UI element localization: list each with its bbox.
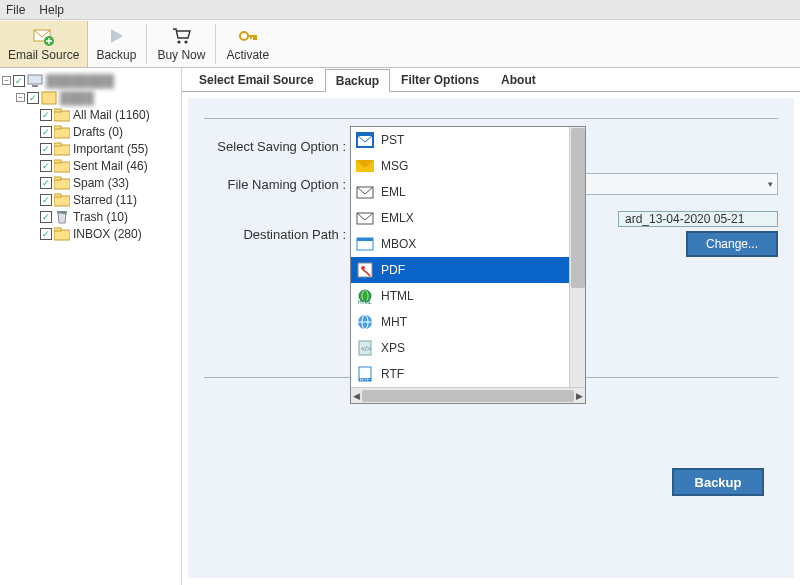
svg-rect-15 <box>54 160 61 163</box>
email-source-button[interactable]: Email Source <box>0 21 88 67</box>
tree-item[interactable]: ✓Starred (11) <box>2 191 179 208</box>
backup-panel: Select Saving Option : PDF ▾ File Naming… <box>188 98 794 578</box>
dropdown-option-eml[interactable]: EML <box>351 179 585 205</box>
destination-path-field: ard_13-04-2020 05-21 <box>618 211 778 227</box>
checkbox[interactable]: ✓ <box>40 143 52 155</box>
toolbar-label: Email Source <box>8 48 79 62</box>
svg-rect-11 <box>54 126 61 129</box>
checkbox[interactable]: ✓ <box>40 126 52 138</box>
eml-icon <box>355 183 375 201</box>
tree-item-label: INBOX (280) <box>73 227 142 241</box>
folder-icon <box>54 108 70 122</box>
svg-text:RTF: RTF <box>360 376 370 382</box>
folder-icon <box>54 210 70 224</box>
vertical-scrollbar[interactable] <box>569 127 585 387</box>
checkbox[interactable]: ✓ <box>40 160 52 172</box>
dropdown-option-mbox[interactable]: MBOX <box>351 231 585 257</box>
svg-rect-7 <box>42 92 56 104</box>
dropdown-option-pdf[interactable]: PDF <box>351 257 585 283</box>
scroll-thumb[interactable] <box>362 390 574 402</box>
tree-item[interactable]: ✓INBOX (280) <box>2 225 179 242</box>
svg-point-3 <box>185 40 188 43</box>
dropdown-option-msg[interactable]: MSG <box>351 153 585 179</box>
svg-rect-9 <box>54 109 61 112</box>
dropdown-option-label: MSG <box>381 159 408 173</box>
eml-icon <box>355 209 375 227</box>
backup-button[interactable]: Backup <box>672 468 764 496</box>
tree-item[interactable]: ✓Drafts (0) <box>2 123 179 140</box>
checkbox[interactable]: ✓ <box>27 92 39 104</box>
dropdown-option-html[interactable]: HTMLHTML <box>351 283 585 309</box>
saving-option-label: Select Saving Option : <box>204 139 354 154</box>
tab-select-source[interactable]: Select Email Source <box>188 68 325 91</box>
tree-item[interactable]: ✓Trash (10) <box>2 208 179 225</box>
divider <box>204 118 778 119</box>
naming-option-label: File Naming Option : <box>204 177 354 192</box>
dropdown-option-emlx[interactable]: EMLX <box>351 205 585 231</box>
saving-option-dropdown: PSTMSGEMLEMLXMBOXPDFHTMLHTMLMHT</>XPSRTF… <box>350 126 586 404</box>
tree-item-label: All Mail (1160) <box>73 108 150 122</box>
tree-account-label: ████ <box>60 91 94 105</box>
tree-item-label: Sent Mail (46) <box>73 159 148 173</box>
folder-tree: − ✓ ████████ − ✓ ████ ✓All Mail (1160)✓D… <box>0 68 182 585</box>
checkbox[interactable]: ✓ <box>40 228 52 240</box>
checkbox[interactable]: ✓ <box>40 109 52 121</box>
tree-item[interactable]: ✓Sent Mail (46) <box>2 157 179 174</box>
tree-item-label: Trash (10) <box>73 210 128 224</box>
scroll-right-icon[interactable]: ▶ <box>576 391 583 401</box>
chevron-down-icon: ▾ <box>768 179 773 189</box>
svg-point-31 <box>361 266 365 270</box>
scroll-left-icon[interactable]: ◀ <box>353 391 360 401</box>
expand-icon[interactable]: − <box>2 76 11 85</box>
svg-text:</>: </> <box>361 345 371 352</box>
tab-filter-options[interactable]: Filter Options <box>390 68 490 91</box>
dropdown-option-pst[interactable]: PST <box>351 127 585 153</box>
dropdown-option-label: MHT <box>381 315 407 329</box>
svg-rect-5 <box>28 75 42 84</box>
tree-item[interactable]: ✓All Mail (1160) <box>2 106 179 123</box>
dropdown-option-mht[interactable]: MHT <box>351 309 585 335</box>
folder-icon <box>54 227 70 241</box>
tree-item-label: Spam (33) <box>73 176 129 190</box>
expand-icon[interactable]: − <box>16 93 25 102</box>
email-source-icon <box>33 25 55 47</box>
svg-text:HTML: HTML <box>358 299 372 304</box>
checkbox[interactable]: ✓ <box>40 211 52 223</box>
mbox-icon <box>355 235 375 253</box>
svg-point-2 <box>178 40 181 43</box>
dropdown-option-label: EML <box>381 185 406 199</box>
buy-now-button[interactable]: Buy Now <box>149 21 213 67</box>
menu-help[interactable]: Help <box>39 3 64 17</box>
computer-icon <box>27 74 43 88</box>
scroll-thumb[interactable] <box>571 128 585 288</box>
pdf-icon <box>355 261 375 279</box>
play-icon <box>105 25 127 47</box>
activate-button[interactable]: Activate <box>218 21 277 67</box>
dropdown-option-xps[interactable]: </>XPS <box>351 335 585 361</box>
html-icon: HTML <box>355 287 375 305</box>
tree-item[interactable]: ✓Spam (33) <box>2 174 179 191</box>
toolbar: Email Source Backup Buy Now Activate <box>0 20 800 68</box>
checkbox[interactable]: ✓ <box>40 194 52 206</box>
key-icon <box>237 25 259 47</box>
checkbox[interactable]: ✓ <box>40 177 52 189</box>
folder-icon <box>54 193 70 207</box>
svg-rect-6 <box>32 85 38 87</box>
checkbox[interactable]: ✓ <box>13 75 25 87</box>
dropdown-option-rtf[interactable]: RTFRTF <box>351 361 585 387</box>
dropdown-option-label: PST <box>381 133 404 147</box>
cart-icon <box>170 25 192 47</box>
tree-item[interactable]: ✓Important (55) <box>2 140 179 157</box>
change-button[interactable]: Change... <box>686 231 778 257</box>
svg-rect-17 <box>54 177 61 180</box>
menu-file[interactable]: File <box>6 3 25 17</box>
backup-toolbar-button[interactable]: Backup <box>88 21 144 67</box>
horizontal-scrollbar[interactable]: ◀ ▶ <box>351 387 585 403</box>
folder-icon <box>54 125 70 139</box>
dropdown-option-label: XPS <box>381 341 405 355</box>
tab-backup[interactable]: Backup <box>325 69 390 92</box>
toolbar-label: Backup <box>96 48 136 62</box>
tab-about[interactable]: About <box>490 68 547 91</box>
xps-icon: </> <box>355 339 375 357</box>
rtf-icon: RTF <box>355 365 375 383</box>
